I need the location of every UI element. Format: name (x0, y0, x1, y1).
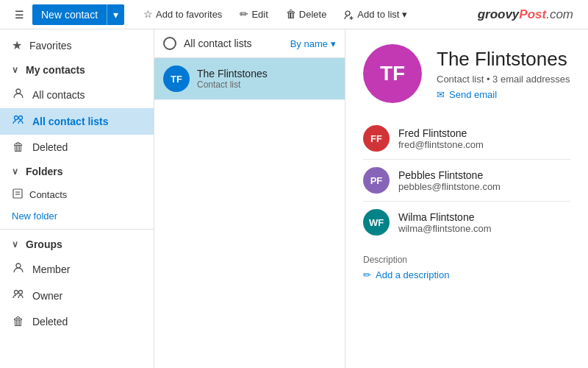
svg-point-9 (16, 263, 21, 268)
toolbar-actions: ☆ Add to favorites ✏ Edit 🗑 Delete Add t… (136, 5, 478, 23)
detail-contact-email: pebbles@flintstone.com (398, 181, 501, 192)
contact-list-icon (12, 114, 25, 129)
sidebar-item-groups-deleted[interactable]: 🗑 Deleted (0, 309, 154, 334)
contact-list-item-info: The Flintstones Contact list (197, 68, 268, 90)
description-label: Description (363, 255, 570, 265)
delete-icon: 🗑 (286, 8, 296, 20)
toolbar: ☰ New contact ▾ ☆ Add to favorites ✏ Edi… (0, 0, 588, 29)
sidebar-item-deleted[interactable]: 🗑 Deleted (0, 135, 154, 160)
sidebar-item-member[interactable]: Member (0, 256, 154, 283)
sidebar-my-contacts-label: My contacts (26, 64, 85, 76)
sort-arrow-icon: ▾ (331, 38, 336, 49)
owner-icon (12, 289, 25, 303)
svg-point-10 (15, 291, 18, 294)
groups-deleted-label: Deleted (32, 316, 68, 328)
add-to-list-button[interactable]: Add to list ▾ (337, 5, 415, 23)
detail-avatar: TF (363, 44, 422, 103)
detail-contact-avatar: WF (363, 209, 390, 236)
detail-contact-email: wilma@flintstone.com (398, 223, 492, 234)
contacts-sub-icon (12, 188, 24, 202)
sidebar-item-contacts-sub[interactable]: Contacts (0, 183, 154, 206)
detail-contact-info: Fred Flintstone fred@flintstone.com (398, 127, 484, 150)
all-contacts-label: All contacts (32, 89, 85, 101)
svg-point-3 (16, 89, 21, 93)
add-to-favorites-button[interactable]: ☆ Add to favorites (136, 5, 229, 23)
pencil-icon: ✏ (363, 269, 371, 280)
detail-contact-name: Wilma Flintstone (398, 211, 492, 223)
send-email-button[interactable]: ✉ Send email (437, 89, 570, 100)
detail-contact-initials: PF (370, 175, 383, 186)
detail-contact-avatar: PF (363, 167, 390, 194)
delete-button[interactable]: 🗑 Delete (279, 5, 334, 23)
sidebar: ★ Favorites ∨ My contacts All contacts (0, 29, 154, 368)
chevron-down-icon-folders: ∨ (12, 166, 18, 177)
main-layout: ★ Favorites ∨ My contacts All contacts (0, 29, 588, 368)
contact-list-header: All contact lists By name ▾ (154, 29, 345, 58)
detail-avatar-initials: TF (380, 62, 405, 85)
trash-icon: 🗑 (12, 141, 25, 154)
svg-point-0 (345, 11, 350, 15)
contacts-sub-label: Contacts (29, 189, 67, 200)
detail-contact-avatar: FF (363, 125, 390, 152)
deleted-label: Deleted (32, 141, 68, 153)
logo-domain: .com (546, 7, 573, 21)
detail-contact-name: Pebbles Flintstone (398, 169, 501, 181)
detail-contact-initials: WF (369, 217, 384, 228)
detail-contact-item[interactable]: PF Pebbles Flintstone pebbles@flintstone… (363, 160, 570, 202)
logo: groovyPost.com (478, 7, 582, 22)
detail-info: The Flintstones Contact list • 3 email a… (437, 48, 570, 100)
add-to-list-arrow: ▾ (402, 9, 407, 20)
sidebar-item-favorites[interactable]: ★ Favorites (0, 32, 154, 58)
person-icon (12, 88, 25, 102)
svg-point-11 (19, 291, 23, 294)
add-description-label: Add a description (376, 269, 449, 280)
member-label: Member (32, 263, 70, 275)
star-icon: ★ (12, 38, 22, 52)
sidebar-item-new-folder[interactable]: New folder (0, 206, 154, 226)
add-to-list-icon (344, 8, 354, 20)
detail-contact-item[interactable]: WF Wilma Flintstone wilma@flintstone.com (363, 202, 570, 243)
groups-trash-icon: 🗑 (12, 315, 25, 328)
edit-label: Edit (251, 9, 268, 20)
member-icon (12, 262, 25, 277)
chevron-down-icon: ∨ (12, 65, 18, 75)
contact-list-item[interactable]: TF The Flintstones Contact list (154, 58, 345, 100)
sidebar-divider (0, 229, 154, 230)
contact-list-item-subtitle: Contact list (197, 79, 268, 90)
groups-label: Groups (26, 238, 62, 250)
detail-contacts: FF Fred Flintstone fred@flintstone.com P… (363, 118, 570, 243)
svg-point-4 (15, 116, 18, 120)
contact-list-item-name: The Flintstones (197, 68, 268, 79)
sidebar-item-all-contacts[interactable]: All contacts (0, 82, 154, 108)
folders-label: Folders (26, 166, 63, 177)
hamburger-menu-button[interactable]: ☰ (6, 0, 32, 29)
edit-button[interactable]: ✏ Edit (232, 5, 275, 23)
svg-point-5 (19, 116, 23, 120)
add-to-favorites-label: Add to favorites (156, 9, 222, 20)
detail-meta: Contact list • 3 email addresses (437, 74, 570, 85)
new-contact-dropdown-arrow[interactable]: ▾ (107, 4, 124, 25)
logo-post: Post (519, 7, 546, 21)
sidebar-group-my-contacts[interactable]: ∨ My contacts (0, 58, 154, 82)
add-description-button[interactable]: ✏ Add a description (363, 269, 570, 280)
contact-list-initials: TF (171, 74, 182, 85)
detail-contact-item[interactable]: FF Fred Flintstone fred@flintstone.com (363, 118, 570, 160)
sidebar-item-favorites-label: Favorites (29, 40, 72, 52)
all-contact-lists-label: All contact lists (32, 116, 108, 127)
sidebar-group-folders[interactable]: ∨ Folders (0, 160, 154, 183)
new-contact-button[interactable]: New contact ▾ (32, 4, 124, 25)
send-email-label: Send email (449, 89, 497, 100)
chevron-down-icon-groups: ∨ (12, 239, 18, 250)
detail-contact-info: Wilma Flintstone wilma@flintstone.com (398, 211, 492, 234)
detail-name: The Flintstones (437, 48, 570, 71)
sidebar-item-all-contact-lists[interactable]: All contact lists (0, 108, 154, 135)
new-contact-label: New contact (32, 4, 107, 25)
sort-label: By name (290, 38, 328, 49)
svg-rect-6 (13, 189, 22, 198)
new-folder-label: New folder (12, 210, 57, 222)
detail-panel: TF The Flintstones Contact list • 3 emai… (345, 29, 588, 368)
sidebar-group-groups[interactable]: ∨ Groups (0, 233, 154, 256)
sidebar-item-owner[interactable]: Owner (0, 283, 154, 309)
sort-button[interactable]: By name ▾ (290, 38, 336, 49)
all-contact-lists-radio[interactable] (163, 37, 176, 50)
